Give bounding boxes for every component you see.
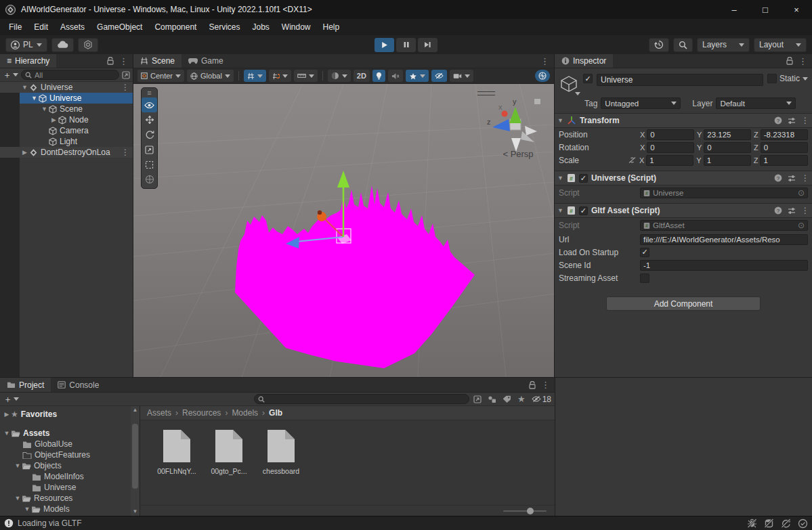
tag-dropdown[interactable]: Untagged [601, 97, 681, 109]
static-checkbox[interactable] [767, 74, 777, 83]
scene-viewport[interactable]: y x z ———— ≡ [133, 84, 554, 377]
foldout-open-icon[interactable]: ▼ [557, 117, 563, 124]
scale-tool-button[interactable] [142, 142, 157, 157]
transform-component-header[interactable]: ▼ Transform ? ⋮ [555, 113, 812, 128]
debugger-disabled-icon[interactable] [747, 518, 757, 528]
position-y-field[interactable]: 23.125 [704, 129, 751, 140]
kebab-menu-icon[interactable]: ⋮ [801, 116, 809, 125]
tab-scene[interactable]: Scene [133, 54, 181, 68]
measure-tool-dropdown[interactable] [294, 70, 318, 82]
asset-item[interactable]: chessboard [257, 428, 305, 505]
component-enabled-checkbox[interactable]: ✓ [579, 174, 588, 183]
presets-icon[interactable] [788, 175, 796, 182]
help-icon[interactable]: ? [774, 116, 782, 125]
scene-id-field[interactable]: -1 [640, 260, 808, 271]
breadcrumb-assets[interactable]: Assets [147, 408, 171, 418]
foldout-closed-icon[interactable]: ▶ [3, 411, 11, 418]
scene-camera-dropdown[interactable] [450, 70, 473, 82]
search-by-label-icon[interactable] [503, 395, 511, 403]
favorites-star-icon[interactable]: ★ [517, 394, 526, 404]
hierarchy-search-input[interactable] [35, 71, 115, 79]
tool-handle-rotation-dropdown[interactable]: Global [187, 70, 234, 82]
foldout-open-icon[interactable]: ▼ [14, 495, 22, 502]
url-field[interactable]: file:///E:/AIWorldGenerator/Assets/Reso [640, 234, 808, 245]
tree-row-universe-folder[interactable]: Universe [0, 482, 140, 493]
foldout-open-icon[interactable]: ▼ [557, 207, 563, 214]
gameobject-name-field[interactable] [597, 74, 763, 86]
scroll-down-icon[interactable]: ▼ [133, 508, 138, 516]
scene-lighting-toggle[interactable] [372, 70, 385, 82]
terrain-mesh[interactable] [235, 185, 475, 368]
kebab-menu-icon[interactable]: ⋮ [541, 380, 550, 390]
script-object-field[interactable]: # GltfAsset ⊙ [640, 220, 808, 231]
tree-row-objects[interactable]: ▼ Objects [0, 460, 140, 471]
layer-dropdown[interactable]: Default [716, 97, 796, 109]
tab-hierarchy[interactable]: ≡ Hierarchy [0, 54, 56, 68]
menu-window[interactable]: Window [276, 19, 317, 35]
step-button[interactable] [418, 38, 437, 52]
universe-script-header[interactable]: ▼ # ✓ Universe (Script) ? ⋮ [555, 171, 812, 185]
foldout-open-icon[interactable]: ▼ [3, 430, 11, 437]
menu-assets[interactable]: Assets [54, 19, 91, 35]
menu-gameobject[interactable]: GameObject [91, 19, 148, 35]
shading-mode-dropdown[interactable] [328, 70, 351, 82]
menu-file[interactable]: File [3, 19, 28, 35]
slider-knob[interactable] [527, 508, 534, 514]
script-object-field[interactable]: # Universe ⊙ [640, 187, 808, 198]
foldout-open-icon[interactable]: ▼ [40, 106, 49, 112]
tree-row-objectfeatures[interactable]: ObjectFeatures [0, 449, 140, 460]
rotation-y-field[interactable]: 0 [704, 142, 751, 153]
scrollbar-thumb[interactable] [132, 424, 138, 489]
tool-handle-position-dropdown[interactable]: Center [137, 70, 184, 82]
hierarchy-search[interactable] [21, 70, 119, 80]
position-x-field[interactable]: 0 [647, 129, 694, 140]
hierarchy-row-light[interactable]: Light [0, 136, 133, 147]
gameobject-icon-selector[interactable] [559, 74, 579, 94]
object-picker-icon[interactable]: ⊙ [798, 188, 805, 198]
tree-row-models[interactable]: ▼ Models [0, 504, 140, 514]
foldout-open-icon[interactable]: ▼ [557, 175, 563, 181]
search-in-window-icon[interactable] [122, 71, 130, 79]
auto-refresh-disabled-icon[interactable] [781, 518, 791, 528]
hierarchy-row-universe[interactable]: ▼ Universe [20, 93, 133, 104]
hidden-objects-toggle[interactable] [431, 70, 447, 82]
tree-row-assets[interactable]: ▼ Assets [0, 428, 140, 439]
asset-item[interactable]: 00gto_Pc... [205, 428, 253, 505]
search-in-window-icon[interactable] [473, 395, 482, 403]
menu-jobs[interactable]: Jobs [246, 19, 275, 35]
kebab-menu-icon[interactable]: ⋮ [801, 173, 809, 183]
kebab-menu-icon[interactable]: ⋮ [121, 148, 129, 157]
menu-help[interactable]: Help [317, 19, 346, 35]
kebab-menu-icon[interactable]: ⋮ [540, 56, 549, 66]
overlay-menu-handle[interactable]: ———— [477, 89, 495, 96]
kebab-menu-icon[interactable]: ⋮ [119, 56, 128, 66]
lock-icon[interactable] [529, 381, 536, 389]
gameobject-active-checkbox[interactable]: ✓ [583, 74, 593, 83]
scene-view-options-button[interactable] [535, 70, 550, 82]
chevron-down-icon[interactable] [803, 77, 808, 81]
hidden-count-toggle[interactable]: 18 [532, 395, 551, 404]
menu-edit[interactable]: Edit [28, 19, 54, 35]
breadcrumb-glb[interactable]: Glb [269, 408, 282, 418]
menu-services[interactable]: Services [202, 19, 246, 35]
scale-y-field[interactable]: 1 [704, 155, 751, 166]
grid-snapping-toggle[interactable] [244, 70, 266, 82]
foldout-open-icon[interactable]: ▼ [30, 95, 39, 102]
rotate-tool-button[interactable] [142, 127, 157, 142]
tree-row-modelinfos[interactable]: ModelInfos [0, 471, 140, 482]
status-message[interactable]: Loading via GLTF [18, 518, 82, 528]
presets-icon[interactable] [788, 207, 796, 215]
lock-icon[interactable] [107, 57, 114, 65]
streaming-asset-checkbox[interactable] [640, 273, 649, 283]
tree-row-globaluse[interactable]: GlobalUse [0, 439, 140, 449]
perspective-label[interactable]: < Persp [491, 149, 545, 159]
tab-console[interactable]: Console [51, 378, 106, 392]
thumbnail-size-slider[interactable] [503, 510, 547, 512]
tree-row-favorites[interactable]: ▶ ★ Favorites [0, 409, 140, 420]
tree-row-resources[interactable]: ▼ Resources [0, 493, 140, 504]
load-on-startup-checkbox[interactable]: ✓ [640, 248, 649, 257]
tree-scrollbar[interactable]: ▲ ▼ [131, 406, 140, 516]
search-by-type-icon[interactable] [488, 395, 496, 403]
pause-button[interactable] [396, 38, 416, 52]
create-asset-button[interactable]: ＋ [3, 393, 19, 405]
